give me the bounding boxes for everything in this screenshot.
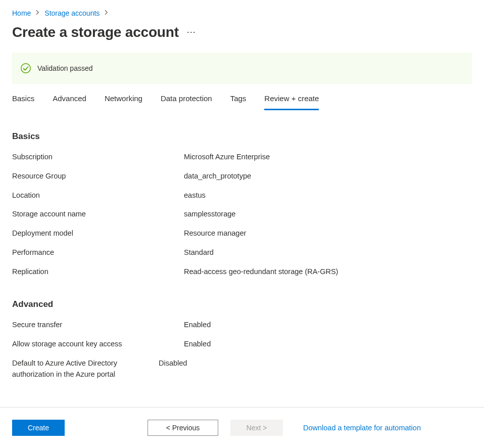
breadcrumb: Home Storage accounts (0, 0, 484, 17)
breadcrumb-home[interactable]: Home (12, 9, 31, 17)
validation-message: Validation passed (37, 64, 92, 72)
value-replication: Read-access geo-redundant storage (RA-GR… (184, 266, 338, 278)
chevron-right-icon (105, 10, 108, 17)
more-actions-icon[interactable]: ··· (187, 27, 196, 38)
label-resource-group: Resource Group (12, 171, 184, 182)
next-button: Next > (230, 420, 283, 436)
chevron-right-icon (36, 10, 39, 17)
footer: Create < Previous Next > Download a temp… (0, 408, 484, 448)
section-heading-advanced: Advanced (0, 281, 484, 316)
label-deployment-model: Deployment model (12, 228, 184, 239)
value-resource-group: data_arch_prototype (184, 171, 251, 182)
row-default-aad: Default to Azure Active Directory author… (0, 354, 484, 384)
row-storage-account-name: Storage account name samplesstorage (0, 205, 484, 224)
create-button[interactable]: Create (12, 420, 65, 436)
page-title: Create a storage account (12, 24, 179, 40)
download-template-link[interactable]: Download a template for automation (303, 424, 421, 432)
label-secure-transfer: Secure transfer (12, 320, 184, 331)
checkmark-circle-icon (20, 63, 31, 74)
label-replication: Replication (12, 266, 184, 278)
value-location: eastus (184, 190, 206, 201)
page-header: Create a storage account ··· (0, 17, 484, 53)
tab-basics[interactable]: Basics (12, 94, 34, 110)
tab-data-protection[interactable]: Data protection (161, 94, 212, 110)
row-location: Location eastus (0, 186, 484, 205)
tab-review-create[interactable]: Review + create (264, 94, 319, 110)
value-secure-transfer: Enabled (184, 320, 211, 331)
tab-tags[interactable]: Tags (230, 94, 247, 110)
row-resource-group: Resource Group data_arch_prototype (0, 167, 484, 186)
value-deployment-model: Resource manager (184, 228, 246, 239)
previous-button[interactable]: < Previous (148, 420, 218, 436)
value-default-aad: Disabled (159, 358, 187, 369)
label-storage-account-name: Storage account name (12, 209, 184, 220)
section-heading-basics: Basics (0, 110, 484, 148)
tab-advanced[interactable]: Advanced (53, 94, 86, 110)
label-performance: Performance (12, 247, 184, 258)
row-deployment-model: Deployment model Resource manager (0, 224, 484, 243)
row-subscription: Subscription Microsoft Azure Enterprise (0, 148, 484, 167)
validation-banner: Validation passed (12, 53, 472, 84)
tab-networking[interactable]: Networking (105, 94, 142, 110)
label-location: Location (12, 190, 184, 201)
value-storage-account-name: samplesstorage (184, 209, 235, 220)
value-performance: Standard (184, 247, 214, 258)
tabs: Basics Advanced Networking Data protecti… (0, 84, 484, 110)
breadcrumb-storage-accounts[interactable]: Storage accounts (44, 9, 100, 17)
row-replication: Replication Read-access geo-redundant st… (0, 262, 484, 282)
label-subscription: Subscription (12, 152, 184, 163)
value-allow-key-access: Enabled (184, 339, 211, 350)
row-allow-key-access: Allow storage account key access Enabled (0, 335, 484, 354)
row-performance: Performance Standard (0, 243, 484, 262)
label-default-aad: Default to Azure Active Directory author… (12, 358, 159, 380)
row-secure-transfer: Secure transfer Enabled (0, 316, 484, 335)
value-subscription: Microsoft Azure Enterprise (184, 152, 270, 163)
label-allow-key-access: Allow storage account key access (12, 339, 184, 350)
svg-point-0 (21, 64, 30, 73)
